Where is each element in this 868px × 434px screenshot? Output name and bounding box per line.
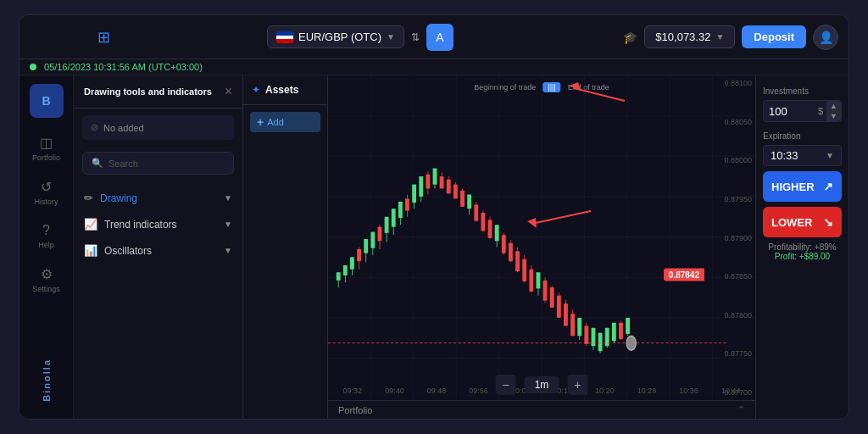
profitability-label: Profitability: +89%: [763, 242, 842, 252]
decrement-button[interactable]: ▼: [826, 111, 841, 121]
trading-platform: ⊞ EUR/GBP (OTC) ▼ ⇅ A 🎓 $10,073.32 ▼ Dep…: [19, 14, 849, 420]
svg-rect-37: [405, 198, 409, 210]
svg-rect-101: [626, 318, 630, 334]
svg-rect-61: [488, 220, 492, 237]
svg-rect-31: [385, 217, 389, 233]
trend-icon: 📈: [84, 218, 97, 231]
no-added-label: No added: [103, 123, 144, 133]
brand-name: Binolla: [42, 359, 52, 402]
svg-rect-67: [509, 243, 513, 261]
expiration-input[interactable]: 10:33 ▼: [763, 145, 842, 166]
investments-input[interactable]: 100 $ ▲ ▼: [763, 100, 842, 122]
oscillators-icon: 📊: [84, 244, 97, 257]
tool-trend-indicators[interactable]: 📈 Trend indicators ▼: [74, 211, 242, 237]
drawing-icon: ✏: [84, 192, 93, 204]
svg-rect-35: [398, 202, 403, 218]
drawing-tools-panel: Drawing tools and indicators × ⊘ No adde…: [74, 75, 243, 419]
profit-value: Profit: +$89.00: [763, 252, 842, 261]
add-asset-button[interactable]: + Add: [250, 112, 320, 132]
help-label: Help: [38, 241, 54, 249]
asset-selector[interactable]: EUR/GBP (OTC) ▼: [267, 25, 404, 48]
portfolio-label: Portfolio: [338, 405, 372, 415]
svg-rect-25: [364, 239, 368, 253]
sidebar-item-help[interactable]: ? Help: [19, 216, 73, 256]
sort-icon[interactable]: ⇅: [411, 31, 420, 43]
expiration-section: Expiration 10:33 ▼: [763, 127, 842, 166]
chevron-oscillators: ▼: [224, 246, 232, 255]
close-button[interactable]: ×: [225, 84, 232, 99]
right-panel: Investments 100 $ ▲ ▼ Expiration 10:33 ▼: [755, 75, 849, 419]
avatar[interactable]: 👤: [813, 25, 838, 50]
settings-label: Settings: [32, 285, 60, 293]
portfolio-expand-icon[interactable]: ⌃: [737, 404, 745, 415]
eur-gbp-flag: [276, 31, 293, 43]
svg-rect-19: [343, 265, 348, 275]
assets-title: Assets: [265, 84, 298, 96]
timestamp: 05/16/2023 10:31:56 AM (UTC+03:00): [44, 62, 203, 72]
time-10-44: 10:44: [709, 387, 752, 395]
current-price-label: 0.87842: [664, 268, 704, 281]
brand-logo: B: [30, 84, 64, 118]
higher-button[interactable]: HIGHER ↗: [763, 171, 842, 202]
search-placeholder: Search: [108, 159, 138, 169]
svg-rect-41: [419, 176, 423, 197]
time-10-20: 10:20: [584, 387, 626, 395]
timeframe-label[interactable]: 1m: [525, 376, 559, 393]
currency-symbol: $: [815, 106, 826, 116]
chevron-expiry: ▼: [826, 151, 834, 160]
time-09-32: 09:32: [331, 387, 374, 395]
time-controls: − 1m +: [496, 375, 588, 395]
history-label: History: [34, 198, 58, 206]
svg-rect-81: [557, 296, 561, 318]
svg-rect-73: [529, 270, 533, 292]
cursor-btn[interactable]: A: [426, 24, 453, 51]
zoom-in-button[interactable]: +: [567, 375, 587, 395]
cursor-icon: A: [436, 31, 443, 44]
svg-rect-51: [453, 185, 458, 199]
chevron-trend: ▼: [224, 220, 232, 229]
portfolio-label: Portfolio: [32, 153, 60, 162]
chart-area[interactable]: Beginning of trade |||| End of trade: [328, 75, 755, 419]
investments-arrows[interactable]: ▲ ▼: [826, 101, 841, 121]
svg-rect-63: [495, 225, 499, 241]
lower-button[interactable]: LOWER ↘: [763, 207, 842, 237]
chevron-drawing: ▼: [224, 193, 232, 203]
main-layout: B ◫ Portfolio ↺ History ? Help ⚙ Setting…: [19, 75, 849, 419]
tool-section: ✏ Drawing ▼ 📈 Trend indicators ▼ 📊 O: [74, 180, 242, 269]
panel-header: Drawing tools and indicators ×: [74, 75, 242, 108]
graduation-icon: 🎓: [623, 31, 637, 44]
svg-rect-55: [467, 195, 471, 209]
history-icon: ↺: [41, 179, 52, 195]
time-09-56: 09:56: [458, 387, 500, 395]
panel-title: Drawing tools and indicators: [84, 86, 212, 97]
svg-rect-53: [460, 191, 465, 207]
svg-rect-27: [370, 232, 375, 248]
sidebar-item-history[interactable]: ↺ History: [19, 172, 73, 213]
tool-drawing[interactable]: ✏ Drawing ▼: [74, 185, 242, 211]
sidebar-item-portfolio[interactable]: ◫ Portfolio: [19, 128, 73, 169]
increment-button[interactable]: ▲: [826, 101, 841, 111]
sidebar-item-settings[interactable]: ⚙ Settings: [19, 259, 73, 300]
portfolio-bar[interactable]: Portfolio ⌃: [328, 400, 755, 419]
zoom-out-button[interactable]: −: [496, 375, 516, 395]
timestamp-bar: 05/16/2023 10:31:56 AM (UTC+03:00): [19, 59, 849, 75]
search-icon: 🔍: [92, 158, 103, 169]
svg-rect-85: [570, 314, 575, 336]
asset-label: EUR/GBP (OTC): [298, 31, 381, 43]
chevron-down-icon: ▼: [387, 32, 395, 42]
time-10-28: 10:28: [626, 387, 668, 395]
drawing-label: Drawing: [100, 192, 137, 204]
lower-label: LOWER: [771, 216, 812, 229]
chevron-down-icon-balance: ▼: [715, 32, 724, 42]
svg-rect-57: [474, 204, 478, 220]
svg-rect-43: [426, 175, 430, 189]
no-added-indicator: ⊘ No added: [82, 115, 234, 140]
svg-rect-71: [522, 259, 526, 281]
trend-label: Trend indicators: [104, 219, 177, 231]
svg-rect-79: [550, 287, 554, 308]
search-box[interactable]: 🔍 Search: [82, 152, 234, 175]
deposit-button[interactable]: Deposit: [742, 25, 806, 48]
balance-display[interactable]: $10,073.32 ▼: [644, 25, 735, 48]
svg-rect-39: [412, 185, 416, 203]
tool-oscillators[interactable]: 📊 Oscillators ▼: [74, 237, 242, 264]
